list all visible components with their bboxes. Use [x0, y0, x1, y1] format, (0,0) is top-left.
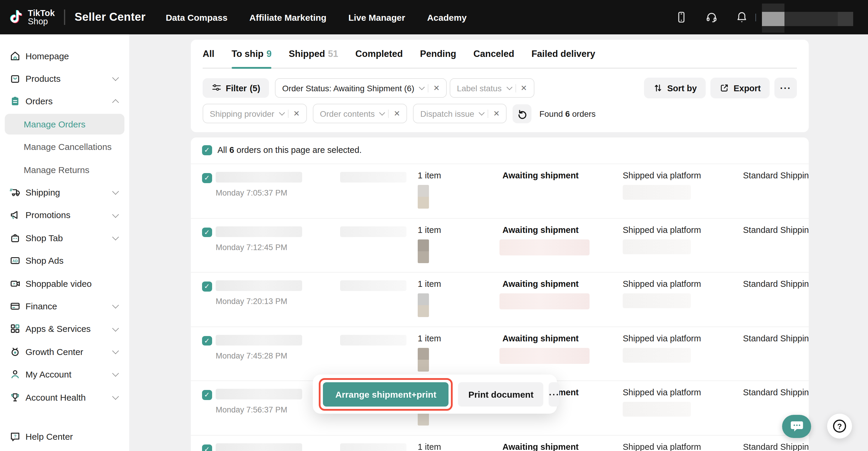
sidebar-item-manage-returns[interactable]: Manage Returns	[0, 158, 129, 181]
filter-button[interactable]: Filter (5)	[203, 78, 269, 98]
item-count: 1 item	[418, 333, 441, 343]
sidebar-item-help-center[interactable]: ? Help Center	[0, 425, 129, 448]
account-name-redacted[interactable]	[762, 2, 853, 33]
tab-all[interactable]: All	[203, 40, 215, 67]
order-status: Awaiting shipment	[502, 225, 579, 234]
order-row[interactable]: ✓ Monday 7:20:13 PM 1 item Awaiting ship…	[191, 272, 809, 326]
chip-order-status[interactable]: Order Status: Awaiting Shipment (6) ✕	[275, 78, 447, 98]
chevron-up-icon	[112, 99, 119, 106]
sidebar-item-orders[interactable]: Orders	[0, 90, 129, 113]
sort-by-label: Sort by	[667, 83, 697, 93]
order-status: Awaiting shipment	[502, 171, 579, 180]
sidebar-item-growth-center[interactable]: Growth Center	[0, 340, 129, 363]
redaction-block	[762, 26, 784, 33]
arrange-shipment-print-button[interactable]: Arrange shipment+print	[323, 382, 449, 406]
order-checkbox[interactable]: ✓	[202, 444, 212, 451]
sidebar-item-shoppable-video[interactable]: Shoppable video	[0, 272, 129, 295]
close-icon[interactable]: ✕	[394, 109, 400, 118]
chip-label-status[interactable]: Label status ✕	[450, 78, 534, 98]
thumb-top	[418, 185, 429, 197]
chip-label: Order Status: Awaiting Shipment (6)	[282, 83, 414, 93]
order-checkbox[interactable]: ✓	[202, 336, 212, 345]
order-row[interactable]: ✓ Monday 7:12:45 PM 1 item Awaiting ship…	[191, 218, 809, 272]
close-icon[interactable]: ✕	[521, 84, 527, 92]
top-bar: TikTok Shop Seller Center Data Compass A…	[0, 0, 868, 34]
popup-more-button[interactable]: ···	[549, 382, 560, 406]
mobile-app-icon[interactable]	[675, 11, 688, 24]
print-document-button[interactable]: Print document	[458, 382, 544, 406]
nav-live-manager[interactable]: Live Manager	[348, 12, 405, 22]
tab-label: To ship	[232, 48, 264, 59]
chevron-down-icon	[112, 370, 119, 377]
ellipsis-icon: ···	[780, 83, 791, 93]
order-row[interactable]: ✓ 1 item Awaiting shipment Shipped via p…	[191, 435, 809, 451]
tab-canceled[interactable]: Canceled	[473, 40, 514, 67]
order-status: Awaiting shipment	[502, 442, 579, 451]
reset-filters-button[interactable]	[513, 104, 532, 123]
nav-academy[interactable]: Academy	[427, 12, 467, 22]
sidebar-item-my-account[interactable]: My Account	[0, 363, 129, 386]
growth-center-icon	[9, 346, 21, 357]
chevron-down-icon[interactable]	[279, 110, 285, 116]
sidebar-item-homepage[interactable]: Homepage	[0, 44, 129, 67]
tab-pending[interactable]: Pending	[420, 40, 456, 67]
tab-to-ship[interactable]: To ship9	[232, 40, 272, 67]
tab-shipped[interactable]: Shipped51	[289, 40, 338, 67]
chevron-down-icon[interactable]	[419, 84, 425, 90]
export-button[interactable]: Export	[710, 78, 770, 98]
chip-dispatch-issue[interactable]: Dispatch issue ✕	[413, 104, 507, 123]
sidebar-item-shop-ads[interactable]: AD Shop Ads	[0, 249, 129, 272]
shipping-method: Shipped via platform	[623, 333, 701, 343]
order-checkbox[interactable]: ✓	[202, 173, 212, 183]
sidebar-gap	[0, 408, 129, 425]
tiktok-shop-wordmark[interactable]: TikTok Shop	[28, 8, 55, 26]
order-time: Monday 7:56:37 PM	[216, 405, 287, 414]
order-checkbox[interactable]: ✓	[202, 390, 212, 400]
sidebar-item-shop-tab[interactable]: Shop Tab	[0, 227, 129, 249]
help-button[interactable]: ?	[827, 414, 852, 439]
chevron-down-icon[interactable]	[479, 110, 485, 116]
svg-text:AD: AD	[12, 259, 18, 263]
sidebar-item-finance[interactable]: Finance	[0, 295, 129, 318]
sidebar-item-manage-cancellations[interactable]: Manage Cancellations	[0, 136, 129, 158]
close-icon[interactable]: ✕	[293, 109, 300, 118]
chat-support-button[interactable]	[782, 415, 811, 438]
order-checkbox[interactable]: ✓	[202, 281, 212, 291]
sidebar-label: Shoppable video	[26, 278, 92, 288]
sidebar-item-promotions[interactable]: Promotions	[0, 204, 129, 227]
sidebar-item-shipping[interactable]: Shipping	[0, 181, 129, 204]
nav-affiliate-marketing[interactable]: Affiliate Marketing	[249, 12, 327, 22]
sidebar-label: Growth Center	[26, 347, 83, 357]
support-headset-icon[interactable]	[705, 11, 718, 24]
redacted-address	[499, 293, 590, 309]
sidebar-item-products[interactable]: Products	[0, 67, 129, 90]
order-row[interactable]: ✓ Monday 7:45:28 PM 1 item Awaiting ship…	[191, 326, 809, 381]
tab-completed[interactable]: Completed	[355, 40, 403, 67]
sort-by-button[interactable]: Sort by	[644, 78, 706, 98]
chevron-down-icon[interactable]	[379, 110, 385, 116]
chevron-down-icon	[112, 234, 119, 241]
chip-order-contents[interactable]: Order contents ✕	[313, 104, 407, 123]
chip-shipping-provider[interactable]: Shipping provider ✕	[203, 104, 307, 123]
shoppable-video-icon	[9, 278, 21, 289]
tab-failed-delivery[interactable]: Failed delivery	[531, 40, 595, 67]
chip-label: Label status	[457, 83, 501, 93]
sidebar-item-account-health[interactable]: Account Health	[0, 386, 129, 409]
order-row[interactable]: ✓ Monday 7:05:37 PM 1 item Awaiting ship…	[191, 163, 809, 218]
nav-data-compass[interactable]: Data Compass	[165, 12, 227, 22]
shop-tab-bag-icon	[9, 232, 21, 244]
select-all-checkbox[interactable]: ✓	[202, 145, 212, 155]
chevron-down-icon[interactable]	[506, 84, 512, 90]
tiktok-logo-icon[interactable]	[8, 8, 24, 26]
sidebar-item-apps-services[interactable]: Apps & Services	[0, 318, 129, 340]
apps-grid-icon	[9, 323, 21, 335]
notification-bell-icon[interactable]	[735, 11, 748, 24]
close-icon[interactable]: ✕	[433, 84, 440, 92]
sidebar-item-manage-orders[interactable]: Manage Orders	[5, 114, 124, 134]
selection-prefix: All	[217, 145, 229, 155]
order-checkbox[interactable]: ✓	[202, 227, 212, 237]
question-mark-icon: ?	[833, 420, 846, 432]
more-actions-button[interactable]: ···	[774, 78, 797, 98]
close-icon[interactable]: ✕	[493, 109, 500, 118]
found-suffix: orders	[570, 109, 595, 118]
